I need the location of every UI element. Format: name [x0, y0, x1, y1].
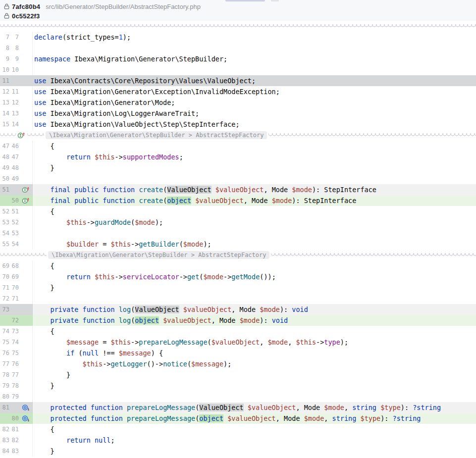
line-number-new: 9 — [9, 53, 19, 64]
overridden-icon[interactable] — [19, 402, 32, 413]
code-line[interactable]: } — [33, 162, 476, 173]
diff-gutter: 7978 — [0, 380, 33, 391]
code-line[interactable]: { — [33, 326, 476, 337]
wavy-divider — [0, 24, 476, 28]
code-line[interactable]: declare(strict_types=1); — [33, 32, 476, 43]
code-line[interactable]: final public function create(ValueObject… — [33, 184, 476, 195]
line-number-old: 53 — [0, 217, 9, 228]
gutter-icon-slot — [19, 380, 32, 391]
line-number-new: 81 — [9, 424, 19, 435]
code-line[interactable]: private function log(object $valueObject… — [33, 315, 476, 326]
line-number-old: 77 — [0, 358, 9, 369]
diff-line: 7170 } — [0, 282, 476, 293]
code-line[interactable]: } — [33, 380, 476, 391]
code-line[interactable] — [33, 293, 476, 304]
code-line[interactable]: return null; — [33, 435, 476, 446]
code-line[interactable]: $this->guardMode($mode); — [33, 217, 476, 228]
line-number-old: 55 — [0, 239, 9, 250]
gutter-icon-slot — [19, 217, 32, 228]
collapsed-region-breadcrumb[interactable]: \Ibexa\Migration\Generator\StepBuilder >… — [48, 251, 269, 259]
line-number-new: 13 — [9, 108, 19, 119]
diff-gutter: 77 — [0, 32, 33, 43]
code-line[interactable] — [33, 228, 476, 239]
implements-icon[interactable] — [16, 132, 27, 139]
code-line[interactable] — [33, 173, 476, 184]
line-number-new: 77 — [9, 369, 19, 380]
diff-gutter: 4847 — [0, 152, 33, 162]
diff-gutter: 51 — [0, 184, 33, 195]
code-line[interactable]: return $this->supportedModes; — [33, 152, 476, 162]
code-line[interactable]: } — [33, 282, 476, 293]
code-line[interactable]: protected function prepareLogMessage(obj… — [33, 413, 476, 424]
diff-line: 8079 — [0, 391, 476, 402]
diff-gutter: 7069 — [0, 271, 33, 282]
line-number-new: 54 — [9, 239, 19, 250]
gutter-icon-slot — [19, 435, 32, 446]
line-number-old: 7 — [0, 32, 9, 43]
line-number-old: 70 — [0, 271, 9, 282]
diff-line: 5049 — [0, 173, 476, 184]
code-line[interactable]: } — [33, 446, 476, 457]
gutter-icon-slot — [19, 32, 32, 43]
code-line[interactable] — [33, 391, 476, 402]
overridden-icon[interactable] — [19, 413, 32, 424]
gutter-icon-slot — [19, 86, 32, 97]
diff-line: 8382 return null; — [0, 435, 476, 446]
code-line[interactable]: use Ibexa\Migration\Generator\Mode; — [33, 97, 476, 108]
line-number-old: 50 — [0, 173, 9, 184]
line-number-new: 74 — [9, 337, 19, 348]
code-line[interactable]: { — [33, 206, 476, 217]
line-number-new: 73 — [9, 326, 19, 337]
diff-header: 7afc80b4 src/lib/Generator/StepBuilder/A… — [0, 0, 476, 21]
code-line[interactable]: if (null !== $message) { — [33, 348, 476, 358]
code-line[interactable]: use Ibexa\Migration\ValueObject\Step\Ste… — [33, 119, 476, 130]
line-number-new: 69 — [9, 271, 19, 282]
code-line[interactable]: namespace Ibexa\Migration\Generator\Step… — [33, 53, 476, 64]
diff-viewer: 7afc80b4 src/lib/Generator/StepBuilder/A… — [0, 0, 476, 458]
file-path: src/lib/Generator/StepBuilder/AbstractSt… — [46, 3, 201, 10]
line-number-new: 70 — [9, 282, 19, 293]
code-line[interactable]: private function log(ValueObject $valueO… — [33, 304, 476, 315]
diff-gutter: 7574 — [0, 337, 33, 348]
code-line[interactable]: use Ibexa\Contracts\Core\Repository\Valu… — [33, 75, 476, 86]
gutter-icon-slot — [19, 239, 32, 250]
code-line[interactable]: { — [33, 141, 476, 152]
implements-icon[interactable] — [19, 184, 32, 195]
line-number-new: 68 — [9, 260, 19, 271]
diff-line: 1010 — [0, 64, 476, 75]
code-line[interactable] — [33, 43, 476, 53]
code-line[interactable]: protected function prepareLogMessage(Val… — [33, 402, 476, 413]
diff-line: 88 — [0, 43, 476, 53]
diff-gutter: 88 — [0, 43, 33, 53]
line-number-new: 47 — [9, 152, 19, 162]
diff-gutter: 8483 — [0, 446, 33, 457]
line-number-new: 8 — [9, 43, 19, 53]
gutter-icon-slot — [19, 228, 32, 239]
code-line[interactable]: use Ibexa\Migration\Log\LoggerAwareTrait… — [33, 108, 476, 119]
diff-gutter: 7776 — [0, 358, 33, 369]
wavy-divider — [0, 253, 47, 257]
implements-icon[interactable] — [19, 195, 32, 206]
code-line[interactable]: } — [33, 369, 476, 380]
gutter-icon-slot — [19, 43, 32, 53]
code-line[interactable]: return $this->serviceLocator->get($mode-… — [33, 271, 476, 282]
code-line[interactable]: $message = $this->prepareLogMessage($val… — [33, 337, 476, 348]
line-number-old: 80 — [0, 391, 9, 402]
line-number-old: 78 — [0, 369, 9, 380]
line-number-old — [0, 195, 9, 206]
gutter-icon-slot — [19, 282, 32, 293]
code-line[interactable]: final public function create(object $val… — [33, 195, 476, 206]
code-line[interactable]: { — [33, 260, 476, 271]
diff-line: 4847 return $this->supportedModes; — [0, 152, 476, 162]
gutter-icon-slot — [19, 206, 32, 217]
code-line[interactable] — [33, 64, 476, 75]
gutter-icon-slot — [19, 326, 32, 337]
code-line[interactable]: { — [33, 424, 476, 435]
code-line[interactable]: use Ibexa\Migration\Generator\Exception\… — [33, 86, 476, 97]
ui-fragment — [225, 0, 265, 1]
diff-line: 1312use Ibexa\Migration\Generator\Mode; — [0, 97, 476, 108]
collapsed-region-breadcrumb[interactable]: \Ibexa\Migration\Generator\StepBuilder >… — [46, 131, 267, 139]
line-number-old: 14 — [0, 108, 9, 119]
code-line[interactable]: $this->getLogger()->notice($message); — [33, 358, 476, 369]
code-line[interactable]: $builder = $this->getBuilder($mode); — [33, 239, 476, 250]
